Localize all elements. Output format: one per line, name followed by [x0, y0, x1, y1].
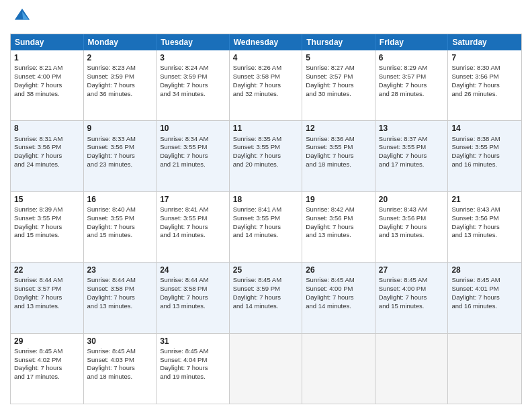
day-info-line: Sunrise: 8:43 AM: [379, 205, 445, 214]
logo: [10, 7, 32, 28]
day-info-line: Sunset: 3:59 PM: [233, 285, 299, 293]
day-cell-7: 7Sunrise: 8:30 AMSunset: 3:56 PMDaylight…: [448, 50, 521, 120]
day-info-line: Daylight: 7 hours: [379, 81, 445, 90]
day-info-line: Daylight: 7 hours: [451, 293, 518, 302]
day-info-line: Daylight: 7 hours: [451, 81, 518, 90]
day-info-line: Sunrise: 8:35 AM: [233, 135, 299, 144]
day-info-line: Sunset: 3:59 PM: [87, 73, 153, 81]
day-cell-19: 19Sunrise: 8:42 AMSunset: 3:56 PMDayligh…: [302, 192, 375, 262]
day-number: 2: [87, 52, 153, 63]
day-info-line: Sunset: 3:59 PM: [160, 73, 226, 81]
day-info-line: Sunrise: 8:44 AM: [160, 276, 226, 285]
day-info-line: Sunrise: 8:34 AM: [160, 135, 226, 144]
day-number: 28: [451, 265, 518, 275]
day-info-line: and 13 minutes.: [87, 302, 153, 311]
day-info-line: Sunset: 4:01 PM: [451, 285, 518, 293]
day-info-line: Sunset: 3:57 PM: [14, 285, 80, 293]
day-info-line: Sunset: 4:04 PM: [160, 356, 226, 365]
day-info-line: Sunrise: 8:27 AM: [306, 64, 371, 73]
svg-marker-0: [15, 9, 30, 20]
calendar: SundayMondayTuesdayWednesdayThursdayFrid…: [10, 34, 522, 404]
day-info-line: Daylight: 7 hours: [87, 223, 153, 232]
day-cell-3: 3Sunrise: 8:24 AMSunset: 3:59 PMDaylight…: [157, 50, 230, 120]
day-cell-10: 10Sunrise: 8:34 AMSunset: 3:55 PMDayligh…: [157, 121, 230, 191]
day-number: 29: [14, 336, 80, 347]
day-info-line: Sunset: 4:00 PM: [379, 285, 445, 293]
day-info-line: Daylight: 7 hours: [379, 293, 445, 302]
day-info-line: and 28 minutes.: [379, 90, 445, 99]
day-number: 9: [87, 123, 153, 134]
header-day-saturday: Saturday: [448, 34, 521, 50]
day-cell-18: 18Sunrise: 8:41 AMSunset: 3:55 PMDayligh…: [230, 192, 303, 262]
day-number: 17: [160, 194, 226, 205]
day-info-line: and 36 minutes.: [87, 90, 153, 99]
day-info-line: Daylight: 7 hours: [160, 152, 226, 161]
day-info-line: Daylight: 7 hours: [233, 293, 299, 302]
day-info-line: Sunset: 3:55 PM: [14, 214, 80, 223]
day-info-line: Daylight: 7 hours: [379, 223, 445, 232]
day-cell-16: 16Sunrise: 8:40 AMSunset: 3:55 PMDayligh…: [84, 192, 157, 262]
day-cell-21: 21Sunrise: 8:43 AMSunset: 3:56 PMDayligh…: [448, 192, 521, 262]
day-info-line: Sunrise: 8:45 AM: [160, 347, 226, 356]
day-info-line: Daylight: 7 hours: [87, 364, 153, 373]
calendar-row-3: 22Sunrise: 8:44 AMSunset: 3:57 PMDayligh…: [11, 262, 521, 332]
day-info-line: and 15 minutes.: [87, 231, 153, 240]
day-cell-8: 8Sunrise: 8:31 AMSunset: 3:56 PMDaylight…: [11, 121, 84, 191]
day-info-line: and 13 minutes.: [160, 302, 226, 311]
day-cell-24: 24Sunrise: 8:44 AMSunset: 3:58 PMDayligh…: [157, 263, 230, 332]
day-info-line: Daylight: 7 hours: [306, 81, 371, 90]
day-info-line: Sunrise: 8:45 AM: [87, 347, 153, 356]
day-info-line: Sunrise: 8:30 AM: [451, 64, 518, 73]
day-cell-6: 6Sunrise: 8:29 AMSunset: 3:57 PMDaylight…: [375, 50, 449, 120]
day-info-line: and 14 minutes.: [233, 302, 299, 311]
calendar-row-2: 15Sunrise: 8:39 AMSunset: 3:55 PMDayligh…: [11, 191, 521, 262]
day-info-line: Daylight: 7 hours: [14, 293, 80, 302]
day-info-line: Sunset: 3:55 PM: [379, 143, 445, 152]
day-info-line: and 14 minutes.: [306, 302, 371, 311]
day-number: 15: [14, 194, 80, 205]
day-info-line: and 15 minutes.: [14, 231, 80, 240]
header-day-sunday: Sunday: [11, 34, 84, 50]
day-info-line: Sunset: 3:58 PM: [233, 73, 299, 81]
day-info-line: Sunrise: 8:26 AM: [233, 64, 299, 73]
day-number: 1: [14, 52, 80, 63]
day-info-line: Daylight: 7 hours: [87, 152, 153, 161]
day-number: 7: [451, 52, 518, 63]
day-info-line: Daylight: 7 hours: [306, 293, 371, 302]
day-info-line: and 15 minutes.: [379, 302, 445, 311]
day-cell-2: 2Sunrise: 8:23 AMSunset: 3:59 PMDaylight…: [84, 50, 157, 120]
day-cell-26: 26Sunrise: 8:45 AMSunset: 4:00 PMDayligh…: [302, 263, 375, 332]
day-cell-13: 13Sunrise: 8:37 AMSunset: 3:55 PMDayligh…: [375, 121, 449, 191]
day-cell-11: 11Sunrise: 8:35 AMSunset: 3:55 PMDayligh…: [230, 121, 303, 191]
page: SundayMondayTuesdayWednesdayThursdayFrid…: [0, 0, 532, 411]
day-info-line: Sunrise: 8:21 AM: [14, 64, 80, 73]
day-number: 6: [379, 52, 445, 63]
day-cell-30: 30Sunrise: 8:45 AMSunset: 4:03 PMDayligh…: [84, 334, 157, 404]
day-number: 26: [306, 265, 371, 275]
day-info-line: Sunrise: 8:31 AM: [14, 135, 80, 144]
day-info-line: Daylight: 7 hours: [451, 152, 518, 161]
day-info-line: and 17 minutes.: [379, 161, 445, 169]
day-info-line: Sunset: 3:55 PM: [306, 143, 371, 152]
day-info-line: Sunset: 3:56 PM: [306, 214, 371, 223]
header-day-monday: Monday: [84, 34, 157, 50]
day-info-line: Sunrise: 8:45 AM: [379, 276, 445, 285]
day-info-line: and 13 minutes.: [14, 302, 80, 311]
day-info-line: Sunrise: 8:42 AM: [306, 205, 371, 214]
header-day-friday: Friday: [375, 34, 449, 50]
day-info-line: Sunrise: 8:33 AM: [87, 135, 153, 144]
day-info-line: and 20 minutes.: [233, 161, 299, 169]
day-info-line: and 34 minutes.: [160, 90, 226, 99]
day-number: 22: [14, 265, 80, 275]
day-info-line: Sunrise: 8:36 AM: [306, 135, 371, 144]
day-info-line: Sunset: 3:56 PM: [451, 73, 518, 81]
day-info-line: Sunset: 3:56 PM: [451, 214, 518, 223]
day-cell-22: 22Sunrise: 8:44 AMSunset: 3:57 PMDayligh…: [11, 263, 84, 332]
calendar-header: SundayMondayTuesdayWednesdayThursdayFrid…: [11, 34, 521, 50]
day-info-line: Daylight: 7 hours: [87, 293, 153, 302]
day-info-line: Daylight: 7 hours: [233, 152, 299, 161]
day-info-line: and 14 minutes.: [233, 231, 299, 240]
day-info-line: Sunrise: 8:39 AM: [14, 205, 80, 214]
day-cell-27: 27Sunrise: 8:45 AMSunset: 4:00 PMDayligh…: [375, 263, 449, 332]
day-number: 23: [87, 265, 153, 275]
